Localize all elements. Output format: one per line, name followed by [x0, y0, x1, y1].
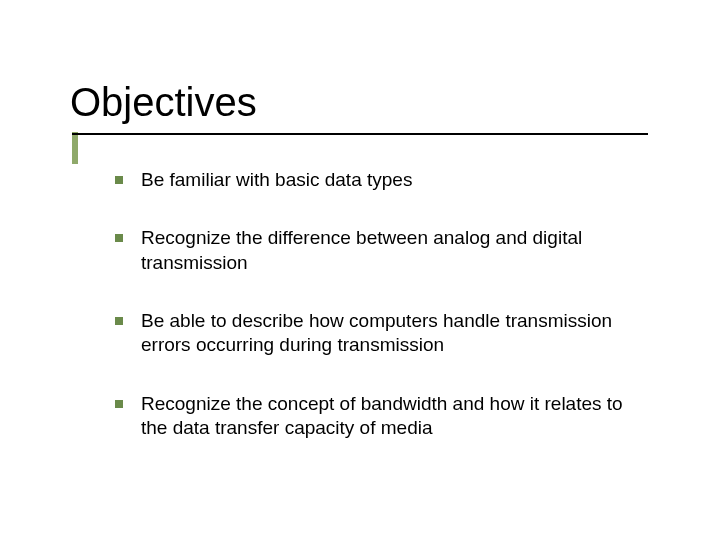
body-content: Be familiar with basic data types Recogn… — [115, 168, 635, 474]
square-bullet-icon — [115, 317, 123, 325]
list-item: Recognize the difference between analog … — [115, 226, 635, 275]
square-bullet-icon — [115, 234, 123, 242]
list-item-text: Recognize the concept of bandwidth and h… — [141, 392, 635, 441]
square-bullet-icon — [115, 400, 123, 408]
list-item-text: Be familiar with basic data types — [141, 168, 412, 192]
title-area: Objectives — [70, 80, 257, 125]
list-item-text: Be able to describe how computers handle… — [141, 309, 635, 358]
list-item-text: Recognize the difference between analog … — [141, 226, 635, 275]
slide: Objectives Be familiar with basic data t… — [0, 0, 720, 540]
slide-title: Objectives — [70, 80, 257, 125]
list-item: Be familiar with basic data types — [115, 168, 635, 192]
title-accent-bar — [72, 132, 78, 164]
list-item: Recognize the concept of bandwidth and h… — [115, 392, 635, 441]
square-bullet-icon — [115, 176, 123, 184]
title-underline — [72, 133, 648, 135]
list-item: Be able to describe how computers handle… — [115, 309, 635, 358]
